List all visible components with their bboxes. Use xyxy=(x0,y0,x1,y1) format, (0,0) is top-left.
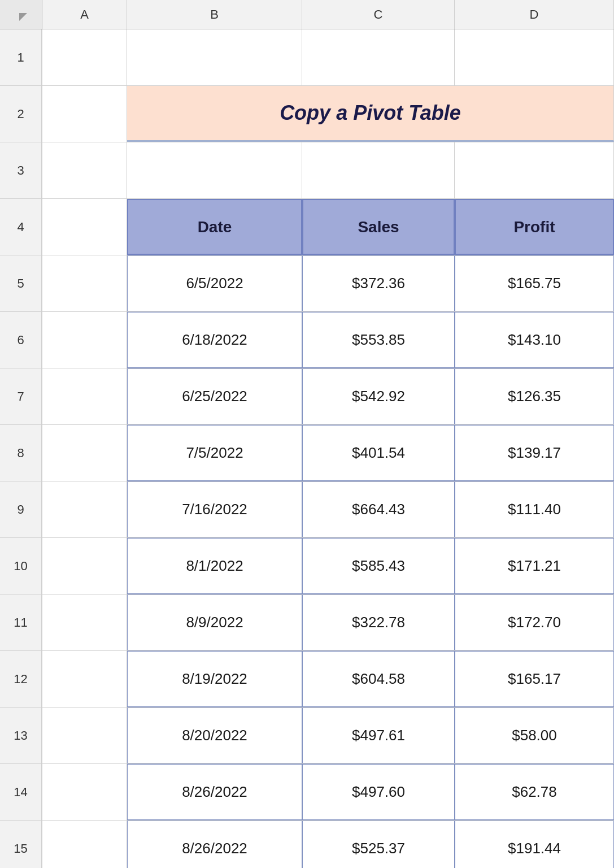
grid-row-3 xyxy=(42,142,614,199)
cell-b1[interactable] xyxy=(127,29,302,85)
cell-c13[interactable]: $497.61 xyxy=(302,708,455,763)
row-number-13[interactable]: 13 xyxy=(0,708,42,764)
cell-c9[interactable]: $664.43 xyxy=(302,481,455,537)
grid-row-5: 6/5/2022 $372.36 $165.75 xyxy=(42,255,614,312)
cell-a2[interactable] xyxy=(42,86,127,142)
cell-c8[interactable]: $401.54 xyxy=(302,425,455,481)
row-number-8[interactable]: 8 xyxy=(0,425,42,481)
row-number-9[interactable]: 9 xyxy=(0,481,42,538)
row-number-3[interactable]: 3 xyxy=(0,142,42,199)
grid-row-6: 6/18/2022 $553.85 $143.10 xyxy=(42,312,614,368)
cell-a4[interactable] xyxy=(42,199,127,255)
cell-d12[interactable]: $165.17 xyxy=(455,651,614,707)
row-number-14[interactable]: 14 xyxy=(0,764,42,821)
cell-c4-header[interactable]: Sales xyxy=(302,199,455,255)
cell-a1[interactable] xyxy=(42,29,127,85)
cell-a10[interactable] xyxy=(42,538,127,594)
cell-d9[interactable]: $111.40 xyxy=(455,481,614,537)
cell-d13[interactable]: $58.00 xyxy=(455,708,614,763)
cell-b5[interactable]: 6/5/2022 xyxy=(127,255,302,311)
cell-c10[interactable]: $585.43 xyxy=(302,538,455,594)
row-number-5[interactable]: 5 xyxy=(0,255,42,312)
grid-row-1 xyxy=(42,29,614,86)
row-number-7[interactable]: 7 xyxy=(0,368,42,425)
cell-a13[interactable] xyxy=(42,708,127,763)
row-number-11[interactable]: 11 xyxy=(0,594,42,651)
grid-row-10: 8/1/2022 $585.43 $171.21 xyxy=(42,538,614,594)
cell-d10[interactable]: $171.21 xyxy=(455,538,614,594)
cell-d15[interactable]: $191.44 xyxy=(455,821,614,868)
cell-c11[interactable]: $322.78 xyxy=(302,594,455,650)
cell-d11[interactable]: $172.70 xyxy=(455,594,614,650)
grid-area: A B C D Copy a Pivot Table Date xyxy=(42,0,614,868)
grid-row-15: 8/26/2022 $525.37 $191.44 xyxy=(42,821,614,868)
grid-row-11: 8/9/2022 $322.78 $172.70 xyxy=(42,594,614,651)
grid-row-9: 7/16/2022 $664.43 $111.40 xyxy=(42,481,614,538)
cell-b11[interactable]: 8/9/2022 xyxy=(127,594,302,650)
row-number-4[interactable]: 4 xyxy=(0,199,42,255)
grid-row-4: Date Sales Profit xyxy=(42,199,614,255)
cell-b10[interactable]: 8/1/2022 xyxy=(127,538,302,594)
corner-cell xyxy=(0,0,42,29)
cell-b2-title[interactable]: Copy a Pivot Table xyxy=(127,86,614,142)
grid-row-8: 7/5/2022 $401.54 $139.17 xyxy=(42,425,614,481)
cell-c6[interactable]: $553.85 xyxy=(302,312,455,368)
row-number-2[interactable]: 2 xyxy=(0,86,42,142)
cell-d7[interactable]: $126.35 xyxy=(455,368,614,424)
cell-b3[interactable] xyxy=(127,142,302,198)
column-headers: A B C D xyxy=(42,0,614,29)
cell-a6[interactable] xyxy=(42,312,127,368)
row-number-12[interactable]: 12 xyxy=(0,651,42,708)
cell-c1[interactable] xyxy=(302,29,455,85)
cell-b8[interactable]: 7/5/2022 xyxy=(127,425,302,481)
row-number-6[interactable]: 6 xyxy=(0,312,42,368)
grid-row-2: Copy a Pivot Table xyxy=(42,86,614,142)
cell-d5[interactable]: $165.75 xyxy=(455,255,614,311)
cell-b9[interactable]: 7/16/2022 xyxy=(127,481,302,537)
cell-a15[interactable] xyxy=(42,821,127,868)
cell-d14[interactable]: $62.78 xyxy=(455,764,614,820)
cell-c7[interactable]: $542.92 xyxy=(302,368,455,424)
cell-c14[interactable]: $497.60 xyxy=(302,764,455,820)
cell-a5[interactable] xyxy=(42,255,127,311)
grid-row-13: 8/20/2022 $497.61 $58.00 xyxy=(42,708,614,764)
cell-b12[interactable]: 8/19/2022 xyxy=(127,651,302,707)
cell-d3[interactable] xyxy=(455,142,614,198)
grid-row-7: 6/25/2022 $542.92 $126.35 xyxy=(42,368,614,425)
cell-d4-header[interactable]: Profit xyxy=(455,199,614,255)
cell-a3[interactable] xyxy=(42,142,127,198)
cell-b15[interactable]: 8/26/2022 xyxy=(127,821,302,868)
cell-b7[interactable]: 6/25/2022 xyxy=(127,368,302,424)
corner-triangle-icon xyxy=(19,13,27,21)
row-numbers-column: 1 2 3 4 5 6 7 8 9 10 11 12 13 14 15 xyxy=(0,0,42,868)
cell-c3[interactable] xyxy=(302,142,455,198)
cell-b4-header[interactable]: Date xyxy=(127,199,302,255)
col-header-b[interactable]: B xyxy=(127,0,302,29)
cell-c15[interactable]: $525.37 xyxy=(302,821,455,868)
col-header-d[interactable]: D xyxy=(455,0,614,29)
row-number-1[interactable]: 1 xyxy=(0,29,42,86)
cell-a9[interactable] xyxy=(42,481,127,537)
cell-a12[interactable] xyxy=(42,651,127,707)
cell-d8[interactable]: $139.17 xyxy=(455,425,614,481)
cell-b6[interactable]: 6/18/2022 xyxy=(127,312,302,368)
grid-row-14: 8/26/2022 $497.60 $62.78 xyxy=(42,764,614,821)
row-number-10[interactable]: 10 xyxy=(0,538,42,594)
cell-d1[interactable] xyxy=(455,29,614,85)
grid-row-12: 8/19/2022 $604.58 $165.17 xyxy=(42,651,614,708)
cell-d6[interactable]: $143.10 xyxy=(455,312,614,368)
cell-a11[interactable] xyxy=(42,594,127,650)
cell-a8[interactable] xyxy=(42,425,127,481)
cell-c12[interactable]: $604.58 xyxy=(302,651,455,707)
spreadsheet: 1 2 3 4 5 6 7 8 9 10 11 12 13 14 15 A B … xyxy=(0,0,614,868)
row-number-15[interactable]: 15 xyxy=(0,821,42,868)
cell-b14[interactable]: 8/26/2022 xyxy=(127,764,302,820)
col-header-c[interactable]: C xyxy=(302,0,455,29)
cell-a7[interactable] xyxy=(42,368,127,424)
cell-c5[interactable]: $372.36 xyxy=(302,255,455,311)
cell-a14[interactable] xyxy=(42,764,127,820)
cell-b13[interactable]: 8/20/2022 xyxy=(127,708,302,763)
col-header-a[interactable]: A xyxy=(42,0,127,29)
